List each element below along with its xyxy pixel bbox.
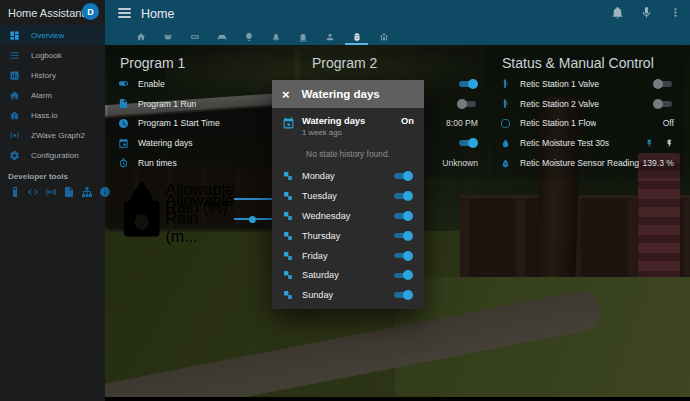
sidebar-item-history[interactable]: History (0, 65, 105, 85)
tab-living-room[interactable] (208, 28, 235, 45)
sidebar-item-label: Hass.io (31, 111, 58, 120)
day-row-wednesday[interactable]: Wednesday (272, 206, 424, 226)
day-row-monday[interactable]: Monday (272, 166, 424, 186)
toggle-switch[interactable] (457, 98, 478, 110)
broadcast-icon[interactable] (45, 186, 57, 198)
sidebar-item-label: ZWave Graph2 (31, 131, 85, 140)
bell-icon[interactable] (611, 6, 624, 19)
water-meter-icon (118, 195, 166, 243)
dialog-entity-name: Watering days (302, 116, 365, 126)
tab-irrigation[interactable] (343, 28, 370, 45)
view-dashboard-icon (9, 30, 20, 41)
entity-row-retic-station-2-valve[interactable]: Retic Station 2 Valve (500, 94, 674, 114)
day-toggle[interactable] (392, 289, 413, 301)
sidebar-item-logbook[interactable]: Logbook (0, 45, 105, 65)
dots-vertical-icon[interactable] (669, 6, 682, 19)
calendar-icon (118, 138, 129, 149)
entity-row-retic-moisture-sensor[interactable]: Retic Moisture Sensor Reading 139.3 % (500, 153, 674, 173)
chart-box-icon (9, 70, 20, 81)
sidebar-item-label: Logbook (31, 51, 62, 60)
dialog-entity-row[interactable]: Watering days 1 week ago On (272, 108, 424, 139)
close-icon[interactable]: × (282, 88, 290, 101)
avatar[interactable]: D (82, 3, 99, 20)
sidebar-item-hassio[interactable]: Hass.io (0, 105, 105, 125)
flash-icon[interactable] (665, 139, 674, 148)
dialog-entity-state: On (401, 116, 414, 126)
toggle-switch[interactable] (457, 78, 478, 90)
tree-icon (271, 32, 281, 42)
sidebar-item-zwave-graph2[interactable]: ZWave Graph2 (0, 125, 105, 145)
day-row-sunday[interactable]: Sunday (272, 285, 424, 305)
entity-row-program-1-run[interactable]: Program 1 Run (118, 94, 284, 114)
dev-tools-label: Developer tools (8, 172, 68, 181)
day-row-thursday[interactable]: Thursday (272, 226, 424, 246)
microphone-icon[interactable] (640, 6, 653, 19)
toggle-switch[interactable] (457, 137, 478, 149)
sidebar-item-overview[interactable]: Overview (0, 25, 105, 45)
day-toggle[interactable] (392, 170, 413, 182)
day-toggle[interactable] (392, 190, 413, 202)
entity-row-allowable-rain-mm[interactable]: Allowable Rain (m... (118, 209, 284, 229)
tab-alarm[interactable] (289, 28, 316, 45)
entity-row-program-1-start-time[interactable]: Program 1 Start Time (118, 114, 284, 134)
card-title: Program 2 (312, 55, 476, 71)
sofa-icon (217, 32, 227, 42)
day-label: Tuesday (302, 191, 337, 201)
dialog-last-changed: 1 week ago (302, 128, 365, 137)
dialog-title: Watering days (302, 88, 380, 100)
entity-row-retic-station-1-flow[interactable]: Retic Station 1 Flow Off (500, 114, 674, 134)
tab-house[interactable] (370, 28, 397, 45)
toggle-squares-icon (283, 251, 293, 261)
toggle-switch[interactable] (653, 78, 674, 90)
water-percent-icon (500, 158, 511, 169)
tab-outdoor[interactable] (262, 28, 289, 45)
entity-row-retic-station-1-valve[interactable]: Retic Station 1 Valve (500, 74, 674, 94)
entity-row-run-times[interactable]: Run times (118, 153, 284, 173)
script-icon (118, 98, 129, 109)
tab-presence[interactable] (316, 28, 343, 45)
sidebar-item-label: Configuration (31, 151, 79, 160)
tab-kitchen[interactable] (154, 28, 181, 45)
day-row-friday[interactable]: Friday (272, 246, 424, 266)
day-toggle[interactable] (392, 230, 413, 242)
card-program-1: Program 1 Enable Program 1 Run Program 1… (108, 48, 294, 232)
sprinkler-icon (500, 98, 511, 109)
toggle-squares-icon (283, 290, 293, 300)
tab-garage[interactable] (181, 28, 208, 45)
day-label: Monday (302, 171, 335, 181)
calendar-icon (282, 117, 295, 130)
sidebar-item-configuration[interactable]: Configuration (0, 145, 105, 165)
day-toggle[interactable] (392, 250, 413, 262)
file-document-icon[interactable] (63, 186, 75, 198)
entity-label: Enable (138, 79, 165, 89)
tab-home[interactable] (127, 28, 154, 45)
day-label: Friday (302, 251, 328, 261)
day-row-tuesday[interactable]: Tuesday (272, 186, 424, 206)
sidebar-item-alarm[interactable]: Alarm (0, 85, 105, 105)
flash-off-icon[interactable] (645, 139, 654, 148)
home-assistant-app: Home Assistant D Overview Logbook Histor… (0, 0, 690, 401)
toggle-squares-icon (283, 171, 293, 181)
garage-icon (190, 32, 200, 42)
entity-row-watering-days[interactable]: Watering days (118, 133, 284, 153)
toggle-switch[interactable] (653, 98, 674, 110)
sidebar-item-label: History (31, 71, 56, 80)
entity-label: Program 1 Start Time (138, 118, 220, 128)
code-tags-icon[interactable] (27, 186, 39, 198)
water-drop-icon (500, 138, 511, 149)
tab-lights[interactable] (235, 28, 262, 45)
account-icon (325, 32, 335, 42)
entity-label: Allowable Rain (m... (166, 192, 234, 246)
sitemap-icon[interactable] (81, 186, 93, 198)
hamburger-menu-icon[interactable] (118, 8, 131, 19)
day-row-saturday[interactable]: Saturday (272, 265, 424, 285)
entity-label: Watering days (138, 138, 193, 148)
entity-row-retic-moisture-test[interactable]: Retic Moisture Test 30s (500, 133, 674, 153)
entity-row-enable[interactable]: Enable (118, 74, 284, 94)
day-toggle[interactable] (392, 269, 413, 281)
day-toggle[interactable] (392, 210, 413, 222)
remote-icon[interactable] (9, 186, 21, 198)
day-list: Monday Tuesday Wednesday Thursday Friday (272, 166, 424, 305)
card-title: Status & Manual Control (502, 55, 672, 71)
dialog-header: × Watering days (272, 80, 424, 108)
